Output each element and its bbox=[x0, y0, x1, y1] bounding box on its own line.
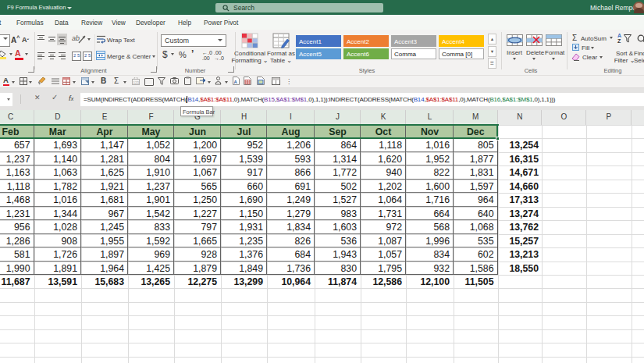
svg-text:A: A bbox=[234, 80, 238, 84]
svg-text:123: 123 bbox=[133, 81, 140, 85]
